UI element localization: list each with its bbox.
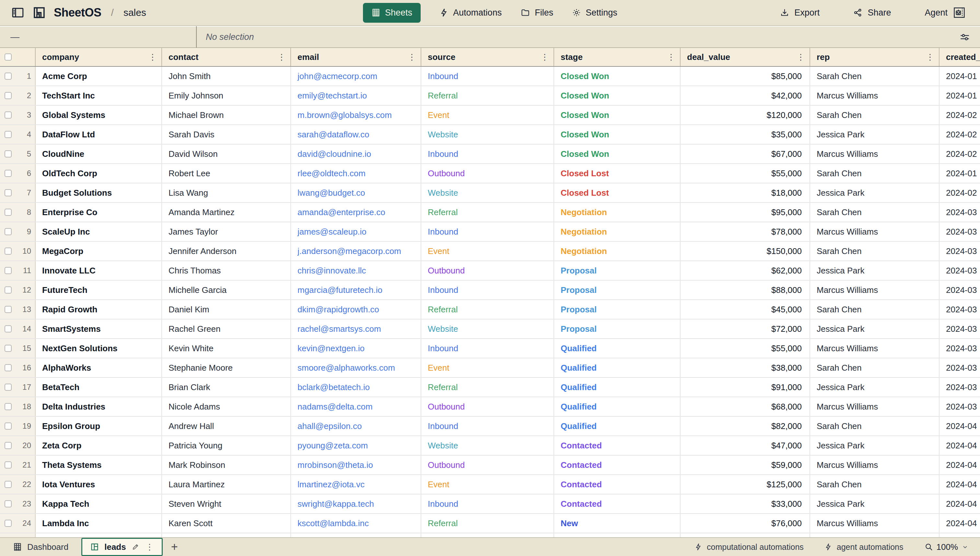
cell-rep[interactable]: Jessica Park [810,261,940,280]
cell-company[interactable]: TechStart Inc [36,86,162,105]
cell-company[interactable]: FutureTech [36,281,162,299]
cell-created[interactable]: 2024-01 [940,86,980,105]
computational-automations-button[interactable]: computational automations [694,542,804,552]
agent-button[interactable]: Agent [925,6,966,19]
cell-deal_value[interactable]: $82,000 [681,417,810,435]
cell-company[interactable]: Zeta Corp [36,436,162,455]
cell-created[interactable]: 2024-03 [940,397,980,416]
cell-stage[interactable]: Proposal [554,261,681,280]
cell-stage[interactable]: New [554,514,681,533]
cell-deal_value[interactable]: $78,000 [681,222,810,241]
cell-stage[interactable]: Negotiation [554,242,681,260]
cell-email[interactable]: swright@kappa.tech [291,495,421,513]
cell-contact[interactable]: Amanda Martinez [162,203,291,221]
cell-source[interactable]: Outbound [421,261,554,280]
cell-contact[interactable]: John Smith [162,67,291,86]
cell-stage[interactable]: Closed Won [554,86,681,105]
cell-created[interactable]: 2024-03 [940,378,980,397]
cell-source[interactable]: Event [421,106,554,124]
cell-created[interactable]: 2024-01 [940,67,980,86]
cell-deal_value[interactable]: $76,000 [681,514,810,533]
cell-deal_value[interactable]: $62,000 [681,261,810,280]
cell-deal_value[interactable]: $67,000 [681,144,810,163]
cell-contact[interactable]: Kevin White [162,339,291,358]
cell-email[interactable]: james@scaleup.io [291,222,421,241]
cell-stage[interactable]: Closed Won [554,125,681,144]
cell-contact[interactable]: Karen Scott [162,514,291,533]
cell-rep[interactable]: Sarah Chen [810,164,940,183]
cell-created[interactable]: 2024-02 [940,106,980,124]
cell-contact[interactable]: Brian Clark [162,378,291,397]
column-header-rep[interactable]: rep⋮ [810,48,940,66]
zoom-control[interactable]: 100% [924,542,969,552]
cell-deal_value[interactable]: $59,000 [681,456,810,474]
cell-source[interactable]: Inbound [421,67,554,86]
column-menu-kebab-icon[interactable]: ⋮ [408,53,416,61]
cell-company[interactable]: Iota Ventures [36,475,162,494]
tab-leads[interactable]: leads ⋮ [81,538,163,556]
cell-rep[interactable]: Sarah Chen [810,358,940,377]
cell-contact[interactable]: Mark Robinson [162,456,291,474]
cell-contact[interactable]: Daniel Kim [162,300,291,319]
cell-created[interactable]: 2024-02 [940,183,980,202]
cell-rep[interactable]: Sarah Chen [810,203,940,221]
cell-email[interactable]: rachel@smartsys.com [291,320,421,338]
cell-stage[interactable]: Negotiation [554,222,681,241]
cell-company[interactable]: Innovate LLC [36,261,162,280]
cell-contact[interactable]: Michelle Garcia [162,281,291,299]
cell-email[interactable]: smoore@alphaworks.com [291,358,421,377]
cell-deal_value[interactable]: $45,000 [681,300,810,319]
rename-tab-pencil-icon[interactable] [131,543,140,551]
cell-company[interactable]: SmartSystems [36,320,162,338]
row-checkbox[interactable] [5,481,12,488]
column-header-created[interactable]: created_ [940,48,980,66]
cell-contact[interactable]: James Taylor [162,222,291,241]
row-checkbox[interactable] [5,403,12,410]
cell-source[interactable]: Referral [421,300,554,319]
row-checkbox[interactable] [5,286,12,294]
cell-source[interactable]: Outbound [421,164,554,183]
cell-source[interactable]: Website [421,436,554,455]
cell-created[interactable]: 2024-04 [940,514,980,533]
cell-email[interactable]: ahall@epsilon.co [291,417,421,435]
cell-email[interactable]: david@cloudnine.io [291,144,421,163]
cell-source[interactable]: Inbound [421,339,554,358]
cell-company[interactable]: MegaCorp [36,242,162,260]
cell-stage[interactable]: Proposal [554,281,681,299]
cell-stage[interactable]: Qualified [554,397,681,416]
cell-stage[interactable]: Qualified [554,378,681,397]
cell-email[interactable]: lmartinez@iota.vc [291,475,421,494]
cell-company[interactable]: Acme Corp [36,67,162,86]
cell-rep[interactable]: Sarah Chen [810,417,940,435]
cell-created[interactable]: 2024-02 [940,125,980,144]
cell-rep[interactable]: Marcus Williams [810,144,940,163]
column-menu-kebab-icon[interactable]: ⋮ [149,53,157,61]
breadcrumb-sheet-name[interactable]: sales [123,7,146,18]
cell-email[interactable]: emily@techstart.io [291,86,421,105]
cell-deal_value[interactable]: $33,000 [681,495,810,513]
row-checkbox[interactable] [5,345,12,352]
column-header-stage[interactable]: stage⋮ [554,48,681,66]
cell-created[interactable]: 2024-03 [940,358,980,377]
cell-contact[interactable]: Chris Thomas [162,261,291,280]
cell-deal_value[interactable]: $88,000 [681,281,810,299]
cell-contact[interactable]: Lisa Wang [162,183,291,202]
cell-deal_value[interactable]: $150,000 [681,242,810,260]
cell-source[interactable]: Website [421,183,554,202]
cell-created[interactable]: 2024-03 [940,281,980,299]
cell-created[interactable]: 2024-01 [940,164,980,183]
cell-source[interactable]: Event [421,358,554,377]
cell-company[interactable]: OldTech Corp [36,164,162,183]
cell-created[interactable]: 2024-03 [940,242,980,260]
cell-contact[interactable]: Andrew Hall [162,417,291,435]
cell-company[interactable]: Kappa Tech [36,495,162,513]
cell-company[interactable]: DataFlow Ltd [36,125,162,144]
cell-source[interactable]: Website [421,320,554,338]
cell-deal_value[interactable]: $91,000 [681,378,810,397]
cell-email[interactable]: bclark@betatech.io [291,378,421,397]
cell-company[interactable]: Epsilon Group [36,417,162,435]
cell-rep[interactable]: Marcus Williams [810,281,940,299]
cell-source[interactable]: Inbound [421,144,554,163]
row-checkbox[interactable] [5,189,12,196]
row-checkbox[interactable] [5,364,12,371]
